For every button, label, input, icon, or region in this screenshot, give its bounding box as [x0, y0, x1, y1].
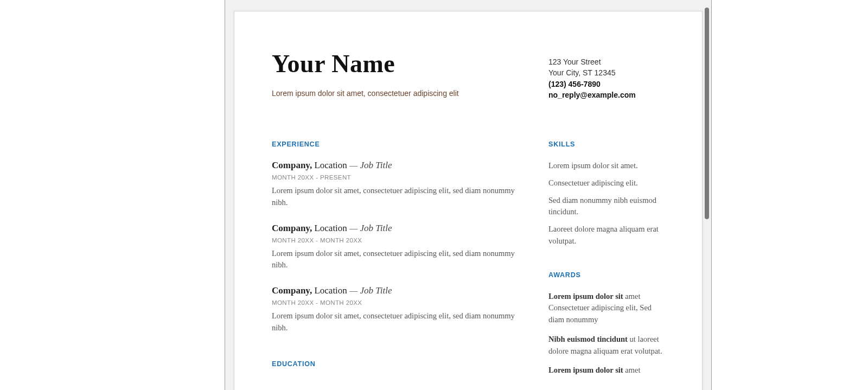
skills-heading[interactable]: SKILLS: [548, 140, 668, 148]
job-role: Job Title: [360, 160, 392, 170]
header-row: Your Name Lorem ipsum dolor sit amet, co…: [272, 51, 668, 100]
job-separator: —: [349, 223, 360, 233]
document-viewport: Your Name Lorem ipsum dolor sit amet, co…: [225, 0, 712, 390]
job-location: Location: [314, 223, 347, 233]
award-item[interactable]: Lorem ipsum dolor sit amet: [548, 365, 668, 376]
award-item[interactable]: Nibh euismod tincidunt ut laoreet dolore…: [548, 334, 668, 357]
scrollbar-thumb[interactable]: [705, 8, 709, 219]
experience-item[interactable]: Company, Location — Job Title MONTH 20XX…: [272, 223, 518, 272]
award-item[interactable]: Lorem ipsum dolor sit amet Consectetuer …: [548, 291, 668, 326]
skill-line[interactable]: Lorem ipsum dolor sit amet.: [548, 160, 668, 172]
contact-block[interactable]: 123 Your Street Your City, ST 12345 (123…: [548, 51, 668, 100]
skill-line[interactable]: Laoreet dolore magna aliquam erat volutp…: [548, 223, 668, 247]
job-dates: MONTH 20XX - MONTH 20XX: [272, 237, 518, 244]
award-lead: Lorem ipsum dolor sit: [548, 292, 623, 301]
job-location: Location: [314, 160, 347, 170]
contact-phone: (123) 456-7890: [548, 79, 668, 89]
skill-line[interactable]: Consectetuer adipiscing elit.: [548, 177, 668, 189]
job-role: Job Title: [360, 285, 392, 296]
job-dates: MONTH 20XX - MONTH 20XX: [272, 299, 518, 306]
job-company: Company,: [272, 285, 312, 296]
applicant-name[interactable]: Your Name: [272, 51, 518, 77]
tagline[interactable]: Lorem ipsum dolor sit amet, consectetuer…: [272, 89, 518, 98]
job-dates: MONTH 20XX - PRESENT: [272, 174, 518, 181]
header-left: Your Name Lorem ipsum dolor sit amet, co…: [272, 51, 518, 98]
job-role: Job Title: [360, 223, 392, 233]
award-lead: Lorem ipsum dolor sit: [548, 366, 623, 374]
skill-line[interactable]: Sed diam nonummy nibh euismod tincidunt.: [548, 195, 668, 219]
job-company: Company,: [272, 160, 312, 170]
job-title-line: Company, Location — Job Title: [272, 160, 518, 171]
job-location: Location: [314, 285, 347, 296]
content-columns: EXPERIENCE Company, Location — Job Title…: [272, 140, 668, 384]
job-title-line: Company, Location — Job Title: [272, 223, 518, 234]
job-body: Lorem ipsum dolor sit amet, consectetuer…: [272, 310, 518, 334]
experience-heading[interactable]: EXPERIENCE: [272, 140, 518, 148]
contact-city: Your City, ST 12345: [548, 67, 668, 78]
job-title-line: Company, Location — Job Title: [272, 285, 518, 296]
job-company: Company,: [272, 223, 312, 233]
contact-street: 123 Your Street: [548, 56, 668, 67]
awards-heading[interactable]: AWARDS: [548, 271, 668, 279]
resume-page[interactable]: Your Name Lorem ipsum dolor sit amet, co…: [236, 13, 700, 390]
job-separator: —: [349, 285, 360, 296]
award-lead: Nibh euismod tincidunt: [548, 335, 628, 343]
education-heading[interactable]: EDUCATION: [272, 360, 518, 368]
job-separator: —: [349, 160, 360, 170]
experience-item[interactable]: Company, Location — Job Title MONTH 20XX…: [272, 160, 518, 209]
job-body: Lorem ipsum dolor sit amet, consectetuer…: [272, 185, 518, 209]
contact-email: no_reply@example.com: [548, 89, 668, 100]
side-column: SKILLS Lorem ipsum dolor sit amet. Conse…: [548, 140, 668, 384]
job-body: Lorem ipsum dolor sit amet, consectetuer…: [272, 248, 518, 272]
experience-item[interactable]: Company, Location — Job Title MONTH 20XX…: [272, 285, 518, 334]
main-column: EXPERIENCE Company, Location — Job Title…: [272, 140, 518, 384]
award-rest: amet: [623, 366, 641, 374]
